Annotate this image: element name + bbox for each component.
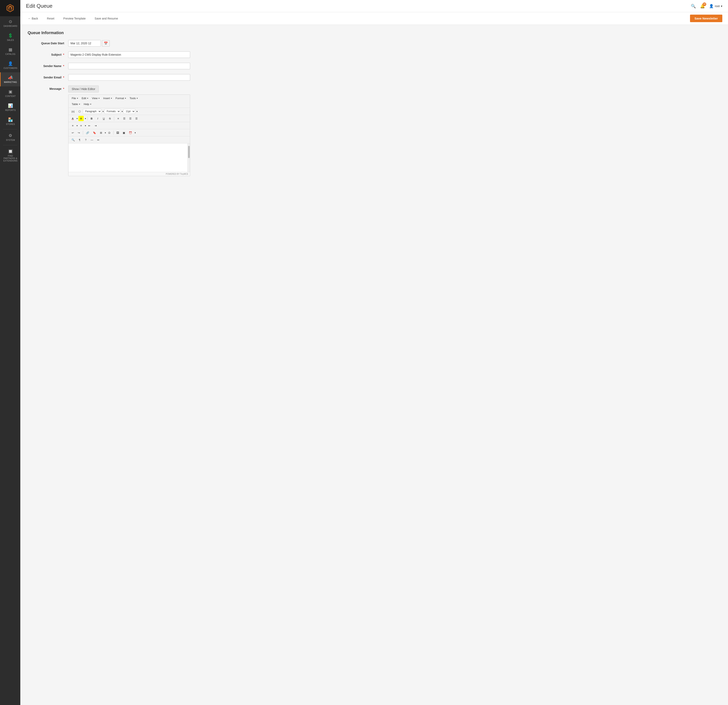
user-menu[interactable]: 👤 root ▾ [709, 4, 722, 8]
user-dropdown-arrow: ▾ [721, 4, 722, 8]
user-icon: 👤 [709, 4, 714, 8]
editor-table-insert-btn[interactable]: ⊞ [98, 130, 104, 135]
sidebar-item-content[interactable]: ▣ CONTENT [0, 86, 20, 100]
editor-bg-color-btn[interactable]: A [78, 116, 84, 121]
editor-hr-btn[interactable]: — [89, 137, 95, 142]
show-hide-editor-button[interactable]: Show / Hide Editor [68, 85, 99, 92]
sidebar-item-dashboard[interactable]: ⊙ DASHBOARD [0, 16, 20, 30]
editor-scrollbar[interactable] [188, 143, 190, 172]
subject-label: Subject * [27, 51, 68, 56]
sidebar-item-sales[interactable]: 💲 SALES [0, 30, 20, 44]
editor-underline-btn[interactable]: U [101, 116, 107, 121]
sender-name-control [68, 63, 190, 69]
editor-special-char-btn[interactable]: Ω [107, 130, 112, 135]
page-header: Edit Queue 🔍 🔔 39 👤 root ▾ [20, 0, 728, 12]
sidebar-item-marketing[interactable]: 📣 MARKETING [0, 72, 20, 86]
editor-bookmark-btn[interactable]: 🔖 [91, 130, 97, 135]
editor-scrollbar-thumb [188, 146, 190, 158]
editor-image-btn[interactable]: 🖼 [115, 130, 120, 135]
subject-row: Subject * [27, 51, 721, 58]
editor-align-justify-btn[interactable]: ☰ [134, 116, 139, 121]
sidebar-item-system[interactable]: ⚙ SYSTEM [0, 130, 20, 144]
editor-menu-insert[interactable]: Insert▾ [101, 96, 114, 101]
sales-icon: 💲 [8, 33, 13, 38]
editor-indent-btn[interactable]: ⇥ [93, 123, 98, 128]
format-menu-arrow: ▾ [125, 97, 126, 99]
sidebar-item-stores[interactable]: 🏪 STORES [0, 114, 20, 129]
editor-outdent-btn[interactable]: ⇤ [87, 123, 92, 128]
editor-formats-select[interactable]: Formats [104, 109, 120, 114]
sidebar-item-extensions[interactable]: 🔲 FIND PARTNERS & EXTENSIONS [0, 146, 20, 165]
calendar-icon-button[interactable]: 📅 [102, 40, 110, 46]
sidebar-item-customers[interactable]: 👤 CUSTOMERS [0, 58, 20, 72]
stores-icon: 🏪 [8, 117, 13, 122]
queue-date-start-label: Queue Date Start [27, 40, 68, 45]
editor-body[interactable] [68, 143, 190, 172]
editor-toolbar-row2: A ▾ A ▾ B I U S ≡ ☰ ☰ ☰ [68, 115, 190, 122]
editor-align-right-btn[interactable]: ☰ [128, 116, 133, 121]
editor-menu-format[interactable]: Format▾ [114, 96, 127, 101]
editor-menu-view[interactable]: View▾ [90, 96, 101, 101]
sender-email-input[interactable] [68, 74, 190, 81]
save-resume-button[interactable]: Save and Resume [92, 16, 120, 21]
paragraph-select-arrow: ▾ [103, 110, 104, 113]
editor-font-color-btn[interactable]: A [70, 116, 75, 121]
editor-token-btn[interactable]: ⬡ [77, 109, 82, 114]
editor-resize-btn[interactable]: ⇔ [95, 137, 101, 142]
editor-align-left-btn[interactable]: ≡ [116, 116, 121, 121]
editor-bold-btn[interactable]: B [89, 116, 94, 121]
editor-media-btn[interactable]: ▣ [121, 130, 127, 135]
editor-align-center-btn[interactable]: ☰ [122, 116, 127, 121]
queue-date-start-control: 📅 [68, 40, 190, 46]
editor-menu-row-1: File▾ Edit▾ View▾ Insert▾ Format▾ Tools▾ [70, 95, 188, 101]
sidebar-item-catalog[interactable]: ▦ CATALOG [0, 44, 20, 58]
subject-input[interactable] [68, 51, 190, 58]
editor-paragraph-select[interactable]: Paragraph [83, 109, 101, 114]
sidebar-item-marketing-label: MARKETING [4, 81, 17, 84]
page-title: Edit Queue [26, 3, 52, 9]
editor-unordered-list-btn[interactable]: ≡ [70, 123, 75, 128]
sidebar-item-content-label: CONTENT [5, 95, 16, 98]
marketing-icon: 📣 [8, 75, 13, 80]
sender-name-input[interactable] [68, 63, 190, 69]
sidebar: ⊙ DASHBOARD 💲 SALES ▦ CATALOG 👤 CUSTOMER… [0, 0, 20, 705]
system-icon: ⚙ [9, 133, 12, 138]
editor-menu-file[interactable]: File▾ [70, 96, 79, 101]
editor-fontsize-select[interactable]: 11pt [123, 109, 135, 114]
preview-template-button[interactable]: Preview Template [61, 16, 88, 21]
editor-find-btn[interactable]: 🔍 [70, 137, 76, 142]
rich-text-editor: File▾ Edit▾ View▾ Insert▾ Format▾ Tools▾… [68, 94, 190, 176]
editor-redo-btn[interactable]: ↪ [76, 130, 81, 135]
sidebar-item-system-label: SYSTEM [6, 139, 15, 142]
action-toolbar: ← Back Reset Preview Template Save and R… [20, 12, 728, 25]
bg-color-arrow: ▾ [85, 117, 86, 120]
notifications-bell[interactable]: 🔔 39 [700, 4, 705, 9]
editor-pilcrow-btn[interactable]: ¶ [77, 137, 82, 142]
sidebar-item-catalog-label: CATALOG [6, 53, 16, 55]
editor-menu-edit[interactable]: Edit▾ [80, 96, 90, 101]
search-icon[interactable]: 🔍 [691, 4, 696, 9]
editor-link-btn[interactable]: 🔗 [85, 130, 91, 135]
reset-button[interactable]: Reset [45, 16, 56, 21]
editor-source-btn[interactable]: (x) [70, 109, 76, 114]
queue-date-start-input[interactable] [68, 40, 101, 46]
editor-ordered-list-btn[interactable]: ≡ [78, 123, 84, 128]
editor-menu-tools[interactable]: Tools▾ [128, 96, 139, 101]
editor-clock-btn[interactable]: ⏰ [127, 130, 133, 135]
toolbar-separator-4 [113, 131, 114, 135]
editor-toolbar-row5: 🔍 ¶ ? — ⇔ [68, 136, 190, 143]
catalog-icon: ▦ [9, 47, 13, 52]
insert-menu-arrow: ▾ [111, 97, 112, 99]
save-newsletter-button[interactable]: Save Newsletter [690, 14, 722, 22]
sidebar-item-extensions-label: FIND PARTNERS & EXTENSIONS [2, 155, 19, 162]
editor-undo-btn[interactable]: ↩ [70, 130, 75, 135]
editor-menu-table[interactable]: Table▾ [70, 102, 82, 107]
editor-help-btn[interactable]: ? [83, 137, 88, 142]
sidebar-item-reports[interactable]: 📊 REPORTS [0, 100, 20, 114]
editor-menu-row-2: Table▾ Help▾ [70, 101, 188, 107]
editor-italic-btn[interactable]: I [95, 116, 100, 121]
back-button[interactable]: ← Back [26, 16, 40, 21]
notifications-badge: 39 [703, 3, 706, 6]
editor-menu-help[interactable]: Help▾ [82, 102, 93, 107]
editor-strikethrough-btn[interactable]: S [107, 116, 113, 121]
